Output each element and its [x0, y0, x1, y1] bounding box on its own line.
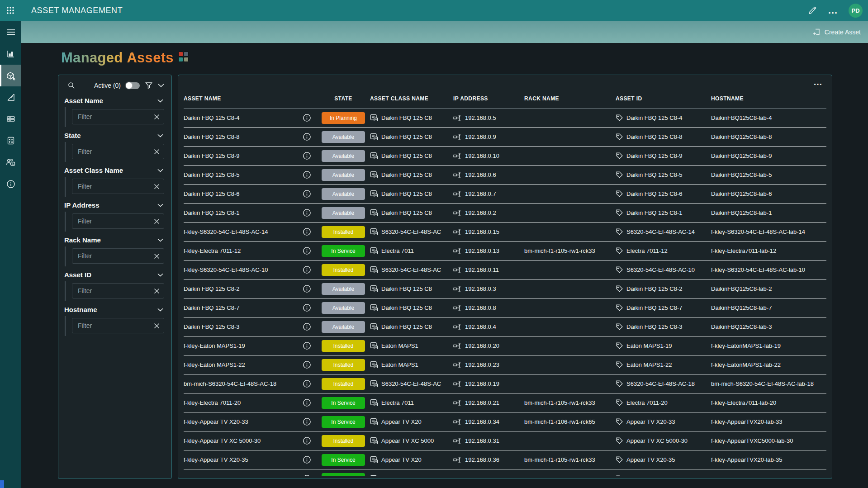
sidebar-item-racks[interactable] [0, 108, 21, 130]
table-row[interactable]: f-kley-S6320-54C-EI-48S-AC-14 Installed [184, 223, 826, 242]
filter-input[interactable] [72, 218, 153, 225]
info-icon[interactable] [303, 436, 311, 445]
asset-class-icon [370, 247, 378, 255]
section-chevron-icon[interactable] [157, 99, 163, 103]
col-header-rack-name[interactable]: RACK NAME [524, 95, 616, 102]
table-row[interactable]: Daikin FBQ 125 C8-4 In Planning D [184, 109, 826, 128]
tag-icon [616, 380, 623, 388]
filter-funnel-icon[interactable] [145, 81, 153, 90]
hostname-cell: f-kley-EatonMAPS1-lab-19 [711, 342, 826, 349]
info-icon[interactable] [303, 398, 311, 407]
clear-filter-icon[interactable] [153, 253, 164, 259]
section-chevron-icon[interactable] [157, 308, 163, 312]
clear-filter-icon[interactable] [153, 149, 164, 155]
sidebar-item-users[interactable] [0, 152, 21, 173]
clear-filter-icon[interactable] [153, 184, 164, 190]
table-more-options-icon[interactable]: … [184, 75, 826, 89]
ip-address-icon [453, 380, 462, 388]
info-icon[interactable] [303, 171, 311, 179]
state-badge: In Service [322, 454, 365, 466]
info-icon[interactable] [303, 265, 311, 274]
info-icon[interactable] [303, 455, 311, 464]
create-asset-button[interactable]: Create Asset [825, 28, 861, 36]
sidebar-item-assets[interactable] [0, 65, 21, 86]
info-icon[interactable] [303, 379, 311, 388]
info-icon[interactable] [303, 227, 311, 236]
table-row[interactable]: Daikin FBQ 125 C8-9 Available Dai [184, 147, 826, 166]
table-row[interactable]: Daikin FBQ 125 C8-1 Available Dai [184, 204, 826, 223]
info-icon[interactable] [303, 190, 311, 198]
table-row[interactable]: f-kley-Electra 7011-12 In Service [184, 242, 826, 261]
info-icon[interactable] [303, 322, 311, 331]
info-icon[interactable] [303, 360, 311, 369]
topbar-more-icon[interactable]: … [828, 8, 838, 13]
table-row[interactable]: f-kley-Appear TV X20-35 In Service [184, 450, 826, 469]
table-row[interactable]: Daikin FBQ 125 C8-8 Available Dai [184, 128, 826, 147]
user-avatar[interactable]: PD [849, 4, 863, 18]
clear-filter-icon[interactable] [153, 288, 164, 294]
table-row[interactable]: f-kley-S6320-54C-EI-48S-AC-10 Installed [184, 261, 826, 280]
table-row[interactable]: Daikin FBQ 125 C8-5 Available Dai [184, 166, 826, 185]
info-icon[interactable] [303, 208, 311, 217]
table-row[interactable]: f-kley-Eaton MAPS1-19 Installed E [184, 336, 826, 355]
info-icon[interactable] [303, 284, 311, 293]
clear-filter-icon[interactable] [153, 323, 164, 329]
table-row[interactable]: f-kley-Appear TV X20-33 In Service [184, 412, 826, 431]
sidebar-item-tasks[interactable] [0, 130, 21, 152]
sidebar-item-about[interactable] [0, 173, 21, 195]
col-header-asset-class-name[interactable]: ASSET CLASS NAME [370, 95, 453, 102]
info-icon[interactable] [303, 303, 311, 312]
col-header-asset-name[interactable]: ASSET NAME [184, 95, 297, 102]
section-chevron-icon[interactable] [157, 204, 163, 207]
filter-input[interactable] [72, 148, 153, 155]
asset-class-cell: Daikin FBQ 125 C8 [370, 133, 453, 141]
table-row[interactable]: f-kley-Eaton MAPS1-22 Installed E [184, 355, 826, 374]
col-header-ip-address[interactable]: IP ADDRESS [453, 95, 524, 102]
section-chevron-icon[interactable] [157, 238, 163, 242]
active-toggle-switch[interactable] [126, 82, 140, 89]
table-row[interactable]: f-kley-Appear TV XC 5000-30 Installed [184, 431, 826, 450]
table-row[interactable]: bm-mich-S6320-54C-EI-48S-AC-18 Installed [184, 374, 826, 393]
section-chevron-icon[interactable] [157, 169, 163, 172]
info-icon[interactable] [303, 152, 311, 160]
filter-input[interactable] [72, 113, 153, 120]
app-launcher-icon[interactable] [0, 6, 21, 14]
menu-toggle-button[interactable] [0, 21, 21, 43]
info-icon[interactable] [303, 417, 311, 426]
asset-id-cell: Eaton MAPS1-19 [616, 342, 711, 350]
table-row[interactable]: Daikin FBQ 125 C8-2 Available Dai [184, 280, 826, 298]
table-row[interactable]: Daikin FBQ 125 C8-3 Available Dai [184, 317, 826, 336]
asset-class-icon [370, 133, 378, 141]
asset-id-cell: Daikin FBQ 125 C8-9 [616, 152, 711, 160]
filter-panel-chevron-icon[interactable] [158, 84, 164, 87]
section-chevron-icon[interactable] [157, 134, 163, 137]
section-chevron-icon[interactable] [157, 273, 163, 277]
table-row[interactable]: In Service [184, 469, 826, 476]
ip-address-cell: 192.168.0.9 [453, 133, 524, 141]
create-asset-icon[interactable] [813, 28, 821, 36]
filter-input[interactable] [72, 287, 153, 294]
search-icon[interactable] [67, 81, 76, 90]
col-header-state[interactable]: STATE [334, 95, 352, 102]
sidebar-item-dashboard[interactable] [0, 43, 21, 65]
edit-pencil-icon[interactable] [808, 6, 817, 15]
asset-name-cell: f-kley-Appear TV X20-35 [184, 456, 297, 463]
sidebar-item-design[interactable] [0, 86, 21, 108]
filter-input[interactable] [72, 252, 153, 260]
info-icon[interactable] [303, 114, 311, 122]
col-header-hostname[interactable]: HOSTNAME [711, 95, 826, 102]
clear-filter-icon[interactable] [153, 114, 164, 120]
state-badge: Available [322, 131, 365, 143]
info-icon[interactable] [303, 341, 311, 350]
info-icon[interactable] [303, 133, 311, 141]
clear-filter-icon[interactable] [153, 218, 164, 224]
table-row[interactable]: Daikin FBQ 125 C8-7 Available Dai [184, 298, 826, 317]
bar-chart-icon [6, 49, 16, 59]
col-header-asset-id[interactable]: ASSET ID [616, 95, 711, 102]
filter-input[interactable] [72, 322, 153, 329]
table-row[interactable]: f-kley-Electra 7011-20 In Service [184, 393, 826, 412]
table-row[interactable]: Daikin FBQ 125 C8-6 Available Dai [184, 185, 826, 204]
info-icon[interactable] [303, 474, 311, 476]
info-icon[interactable] [303, 246, 311, 255]
filter-input[interactable] [72, 183, 153, 190]
